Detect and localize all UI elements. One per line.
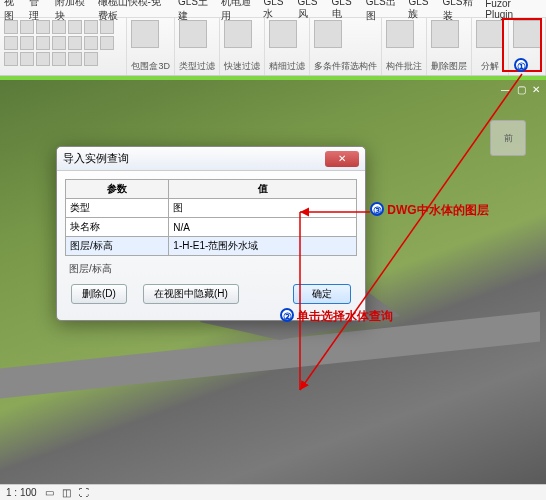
annotation-1: ① (514, 58, 528, 73)
table-row[interactable]: 类型图 (66, 199, 357, 218)
tool-icon[interactable] (52, 52, 66, 66)
cell-param: 图层/标高 (66, 237, 169, 256)
cell-value: N/A (169, 218, 357, 237)
ribbon-label: 类型过滤 (179, 60, 215, 73)
ribbon: 包围盒3D 类型过滤 快速过滤 精细过滤 多条件筛选构件 构件批注 删除图层 分… (0, 18, 546, 76)
th-param: 参数 (66, 180, 169, 199)
status-icon[interactable]: ◫ (62, 487, 71, 498)
status-icon[interactable]: ▭ (45, 487, 54, 498)
scale-label[interactable]: 1 : 100 (6, 487, 37, 498)
tool-icon[interactable] (20, 36, 34, 50)
tool-icon[interactable] (4, 52, 18, 66)
tool-icon[interactable] (84, 36, 98, 50)
subhead-label: 图层/标高 (69, 262, 357, 276)
ribbon-label: 包围盒3D (131, 60, 170, 73)
import-instance-query-dialog: 导入实例查询 ✕ 参数值 类型图 块名称N/A 图层/标高1-H-E1-范围外水… (56, 146, 366, 321)
tool-icon[interactable] (84, 20, 98, 34)
table-row[interactable]: 图层/标高1-H-E1-范围外水域 (66, 237, 357, 256)
ribbon-label: 多条件筛选构件 (314, 60, 377, 73)
annotation-number: ② (280, 308, 294, 322)
maximize-icon[interactable]: ▢ (517, 84, 526, 95)
cell-param: 类型 (66, 199, 169, 218)
box3d-icon[interactable] (131, 20, 159, 48)
annotation-number: ③ (370, 202, 384, 216)
tool-icon[interactable] (20, 20, 34, 34)
cell-value: 1-H-E1-范围外水域 (169, 237, 357, 256)
dialog-close-button[interactable]: ✕ (325, 151, 359, 167)
view-window-controls: — ▢ ✕ (501, 84, 540, 95)
tool-icon[interactable] (36, 36, 50, 50)
th-value: 值 (169, 180, 357, 199)
cell-value: 图 (169, 199, 357, 218)
close-icon[interactable]: ✕ (532, 84, 540, 95)
annotate-icon[interactable] (386, 20, 414, 48)
statusbar: 1 : 100 ▭ ◫ ⛶ (0, 484, 546, 500)
ribbon-label: 构件批注 (386, 60, 422, 73)
menu-item[interactable]: Fuzor Plugin (485, 0, 534, 20)
dialog-title-text: 导入实例查询 (63, 151, 129, 166)
annotation-2: ② 单击选择水体查询 (280, 308, 393, 325)
params-table: 参数值 类型图 块名称N/A 图层/标高1-H-E1-范围外水域 (65, 179, 357, 256)
ribbon-label: 分解 (476, 60, 504, 73)
tool-icon[interactable] (68, 20, 82, 34)
tool-icon[interactable] (68, 52, 82, 66)
tool-icon[interactable] (52, 20, 66, 34)
deletelayer-icon[interactable] (431, 20, 459, 48)
view-cube[interactable]: 前 (490, 120, 526, 156)
tool-icon[interactable] (36, 52, 50, 66)
finefilter-icon[interactable] (269, 20, 297, 48)
tool-icon[interactable] (4, 36, 18, 50)
annotation-number: ① (514, 58, 528, 72)
tool-icon[interactable] (36, 20, 50, 34)
menubar: 视图 管理 附加模块 橄榄山快模-免费板 GLS土建 机电通用 GLS水 GLS… (0, 0, 546, 18)
table-row[interactable]: 块名称N/A (66, 218, 357, 237)
explode-icon[interactable] (476, 20, 504, 48)
tool-icon[interactable] (4, 20, 18, 34)
ribbon-label: 精细过滤 (269, 60, 305, 73)
hide-in-view-button[interactable]: 在视图中隐藏(H) (143, 284, 239, 304)
ribbon-label: 删除图层 (431, 60, 467, 73)
quickfilter-icon[interactable] (224, 20, 252, 48)
annotation-text: DWG中水体的图层 (387, 203, 488, 217)
typefilter-icon[interactable] (179, 20, 207, 48)
cell-param: 块名称 (66, 218, 169, 237)
tool-icon[interactable] (20, 52, 34, 66)
tool-icon[interactable] (84, 52, 98, 66)
tool-icon[interactable] (100, 20, 114, 34)
minimize-icon[interactable]: — (501, 84, 511, 95)
annotation-text: 单击选择水体查询 (297, 309, 393, 323)
multicond-icon[interactable] (314, 20, 342, 48)
delete-button[interactable]: 删除(D) (71, 284, 127, 304)
dialog-titlebar[interactable]: 导入实例查询 ✕ (57, 147, 365, 171)
ok-button[interactable]: 确定 (293, 284, 351, 304)
annotation-3: ③ DWG中水体的图层 (370, 202, 489, 219)
tool-icon[interactable] (52, 36, 66, 50)
tool-icon[interactable] (100, 36, 114, 50)
status-icon[interactable]: ⛶ (79, 487, 89, 498)
tool-icon[interactable] (68, 36, 82, 50)
ribbon-label: 快速过滤 (224, 60, 260, 73)
viewport-3d[interactable]: — ▢ ✕ 前 导入实例查询 ✕ 参数值 类型图 块名称N/A 图层/标高1-H… (0, 80, 546, 484)
